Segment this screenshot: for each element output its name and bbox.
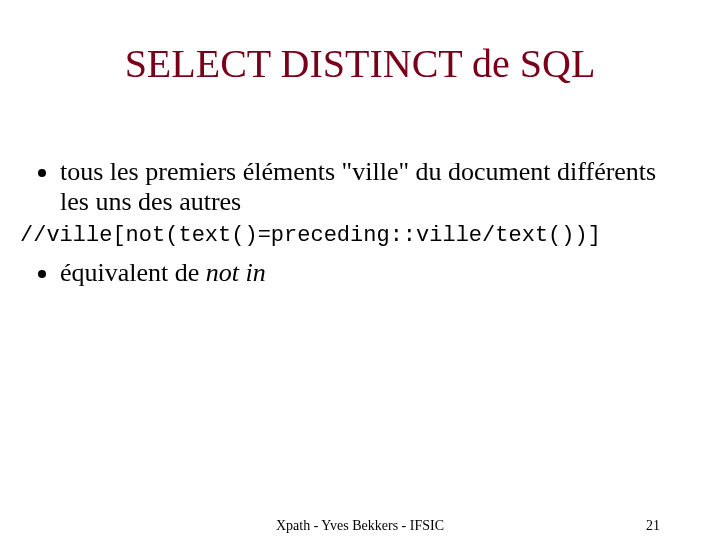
bullet-item-2: équivalent de not in — [60, 258, 690, 288]
code-line: //ville[not(text()=preceding::ville/text… — [20, 223, 700, 248]
slide: SELECT DISTINCT de SQL tous les premiers… — [0, 0, 720, 540]
bullet-list: tous les premiers éléments "ville" du do… — [20, 157, 700, 217]
bullet-item-1: tous les premiers éléments "ville" du do… — [60, 157, 690, 217]
slide-title: SELECT DISTINCT de SQL — [20, 40, 700, 87]
bullet-2-italic: not in — [206, 258, 266, 287]
bullet-list-2: équivalent de not in — [20, 258, 700, 288]
footer-author: Xpath - Yves Bekkers - IFSIC — [276, 518, 444, 534]
page-number: 21 — [646, 518, 660, 534]
bullet-2-text: équivalent de — [60, 258, 206, 287]
